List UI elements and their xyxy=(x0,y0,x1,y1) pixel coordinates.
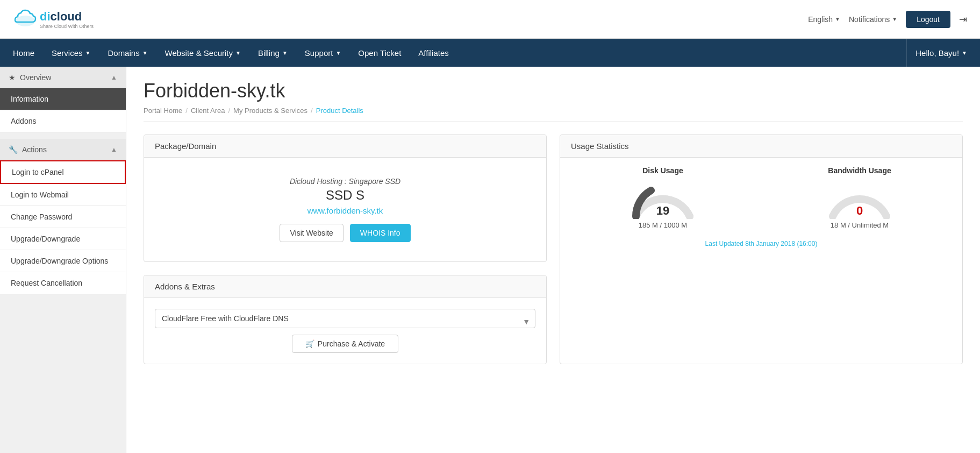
logo: dicloud Share Cloud With Others xyxy=(13,7,94,32)
nav-website-security[interactable]: Website & Security ▼ xyxy=(156,39,249,67)
notifications-button[interactable]: Notifications ▼ xyxy=(849,15,897,24)
sidebar-item-upgrade-downgrade[interactable]: Upgrade/Downgrade xyxy=(0,228,126,250)
sidebar-item-login-webmail[interactable]: Login to Webmail xyxy=(0,184,126,206)
disk-usage-label: Disk Usage xyxy=(569,166,757,175)
nav-bar: Home Services ▼ Domains ▼ Website & Secu… xyxy=(0,39,980,67)
package-name: SSD S xyxy=(155,188,535,203)
content-grid: Package/Domain Dicloud Hosting : Singapo… xyxy=(144,135,963,364)
usage-last-updated: Last Updated 8th January 2018 (16:00) xyxy=(560,238,962,254)
notifications-dropdown-arrow: ▼ xyxy=(892,16,897,22)
sidebar-item-addons[interactable]: Addons xyxy=(0,110,126,132)
wrench-icon: 🔧 xyxy=(9,145,18,154)
breadcrumb-product-details: Product Details xyxy=(316,107,363,115)
logo-di: di xyxy=(40,10,51,24)
sidebar-item-change-password[interactable]: Change Password xyxy=(0,206,126,228)
usage-card: Usage Statistics Disk Usage 19 xyxy=(560,135,963,364)
actions-chevron-icon: ▲ xyxy=(111,146,117,153)
bandwidth-usage-gauge: 0 xyxy=(827,181,892,219)
breadcrumb-portal-home[interactable]: Portal Home xyxy=(144,107,182,115)
svg-text:0: 0 xyxy=(856,204,863,217)
disk-usage-stat: Disk Usage 19 185 M / 1000 M xyxy=(569,166,757,229)
nav-billing[interactable]: Billing ▼ xyxy=(249,39,296,67)
nav-home[interactable]: Home xyxy=(4,39,43,67)
page-title: Forbidden-sky.tk xyxy=(144,80,963,102)
nav-affiliates[interactable]: Affiliates xyxy=(410,39,457,67)
package-subtitle: Dicloud Hosting : Singapore SSD xyxy=(155,177,535,186)
content-area: Forbidden-sky.tk Portal Home / Client Ar… xyxy=(126,67,980,453)
visit-website-button[interactable]: Visit Website xyxy=(280,224,343,242)
sidebar-overview-header[interactable]: ★ Overview ▲ xyxy=(0,67,126,88)
addons-select[interactable]: CloudFlare Free with CloudFlare DNS Clou… xyxy=(155,309,535,328)
bandwidth-usage-amount: 18 M / Unlimited M xyxy=(766,221,954,229)
package-buttons: Visit Website WHOIS Info xyxy=(155,224,535,242)
nav-open-ticket[interactable]: Open Ticket xyxy=(349,39,410,67)
star-icon: ★ xyxy=(9,73,16,82)
logo-tagline: Share Cloud With Others xyxy=(40,24,94,29)
svg-point-0 xyxy=(16,16,35,26)
breadcrumb-my-products[interactable]: My Products & Services xyxy=(233,107,307,115)
logout-button[interactable]: Logout xyxy=(906,11,950,28)
signout-icon[interactable]: ⇥ xyxy=(959,13,967,25)
package-domain: www.forbidden-sky.tk xyxy=(155,206,535,215)
nav-domains[interactable]: Domains ▼ xyxy=(99,39,156,67)
disk-usage-amount: 185 M / 1000 M xyxy=(569,221,757,229)
usage-stats-grid: Disk Usage 19 185 M / 1000 M xyxy=(560,158,962,238)
addons-card-header: Addons & Extras xyxy=(144,275,546,298)
logo-cloud-word: cloud xyxy=(51,10,82,24)
language-selector[interactable]: English ▼ xyxy=(808,15,840,24)
package-card: Package/Domain Dicloud Hosting : Singapo… xyxy=(144,135,547,262)
main-layout: ★ Overview ▲ Information Addons 🔧 Action… xyxy=(0,67,980,453)
bandwidth-usage-label: Bandwidth Usage xyxy=(766,166,954,175)
logo-text: dicloud Share Cloud With Others xyxy=(40,10,94,29)
package-card-header: Package/Domain xyxy=(144,135,546,158)
breadcrumb: Portal Home / Client Area / My Products … xyxy=(144,107,963,122)
sidebar-item-upgrade-downgrade-options[interactable]: Upgrade/Downgrade Options xyxy=(0,250,126,272)
domains-dropdown-arrow: ▼ xyxy=(142,50,148,56)
services-dropdown-arrow: ▼ xyxy=(85,50,91,56)
svg-text:19: 19 xyxy=(656,204,669,217)
addons-card-body: CloudFlare Free with CloudFlare DNS Clou… xyxy=(144,298,546,364)
language-dropdown-arrow: ▼ xyxy=(835,16,840,22)
overview-chevron-icon: ▲ xyxy=(111,74,117,81)
nav-support[interactable]: Support ▼ xyxy=(296,39,349,67)
sidebar-actions-header[interactable]: 🔧 Actions ▲ xyxy=(0,139,126,160)
sidebar-item-login-cpanel[interactable]: Login to cPanel xyxy=(0,160,126,184)
sidebar-item-request-cancellation[interactable]: Request Cancellation xyxy=(0,272,126,294)
addons-card: Addons & Extras CloudFlare Free with Clo… xyxy=(144,275,547,364)
purchase-activate-button[interactable]: 🛒Purchase & Activate xyxy=(292,335,398,353)
nav-hello[interactable]: Hello, Bayu! ▼ xyxy=(906,39,976,67)
bandwidth-usage-stat: Bandwidth Usage 0 18 M / Unlimited M xyxy=(766,166,954,229)
package-card-body: Dicloud Hosting : Singapore SSD SSD S ww… xyxy=(144,158,546,261)
addons-select-wrapper: CloudFlare Free with CloudFlare DNS Clou… xyxy=(155,309,535,335)
billing-dropdown-arrow: ▼ xyxy=(282,50,288,56)
cart-icon: 🛒 xyxy=(305,339,314,348)
support-dropdown-arrow: ▼ xyxy=(335,50,341,56)
usage-card-header: Usage Statistics xyxy=(560,135,962,158)
hello-dropdown-arrow: ▼ xyxy=(962,50,967,56)
whois-info-button[interactable]: WHOIS Info xyxy=(350,224,411,242)
breadcrumb-client-area[interactable]: Client Area xyxy=(191,107,225,115)
nav-services[interactable]: Services ▼ xyxy=(43,39,99,67)
sidebar-divider xyxy=(0,132,126,139)
website-security-dropdown-arrow: ▼ xyxy=(235,50,241,56)
cloud-icon xyxy=(13,7,38,32)
top-right: English ▼ Notifications ▼ Logout ⇥ xyxy=(808,11,967,28)
sidebar-item-information[interactable]: Information xyxy=(0,88,126,110)
top-bar: dicloud Share Cloud With Others English … xyxy=(0,0,980,39)
package-info: Dicloud Hosting : Singapore SSD SSD S ww… xyxy=(155,168,535,251)
disk-usage-gauge: 19 xyxy=(631,181,695,219)
sidebar: ★ Overview ▲ Information Addons 🔧 Action… xyxy=(0,67,126,453)
